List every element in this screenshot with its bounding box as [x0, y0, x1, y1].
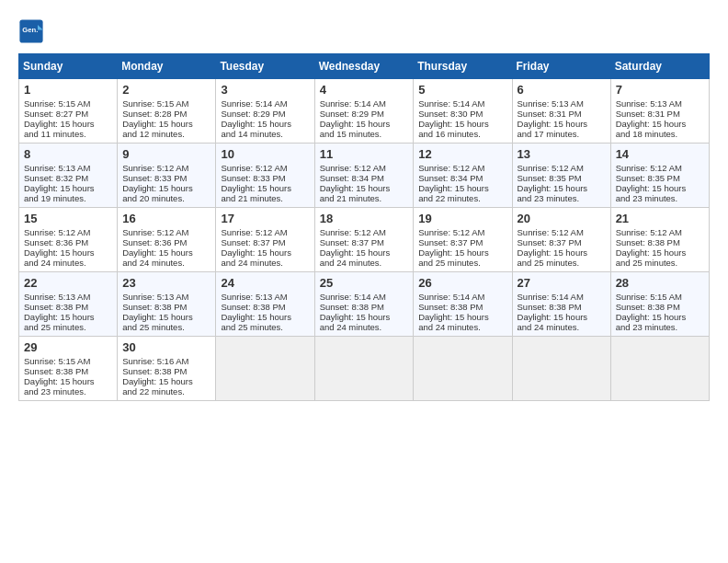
daylight-label: Daylight: 15 hours	[24, 247, 95, 258]
sunrise-info: Sunrise: 5:12 AM	[221, 227, 287, 237]
sunset-info: Sunset: 8:33 PM	[221, 173, 285, 183]
daylight-label: Daylight: 15 hours	[24, 312, 95, 322]
daylight-minutes: and 17 minutes.	[518, 129, 580, 139]
calendar-cell: 30 Sunrise: 5:16 AM Sunset: 8:38 PM Dayl…	[118, 337, 216, 401]
daylight-minutes: and 24 minutes.	[518, 322, 580, 332]
calendar-cell: 10 Sunrise: 5:12 AM Sunset: 8:33 PM Dayl…	[216, 144, 314, 208]
calendar-cell: 29 Sunrise: 5:15 AM Sunset: 8:38 PM Dayl…	[19, 337, 118, 401]
daylight-label: Daylight: 15 hours	[616, 183, 687, 193]
sunset-info: Sunset: 8:38 PM	[24, 366, 88, 376]
calendar-cell: 17 Sunrise: 5:12 AM Sunset: 8:37 PM Dayl…	[216, 208, 314, 272]
calendar-cell: 19 Sunrise: 5:12 AM Sunset: 8:37 PM Dayl…	[414, 208, 512, 272]
day-number: 11	[320, 147, 409, 161]
sunrise-info: Sunrise: 5:12 AM	[122, 163, 188, 173]
sunset-info: Sunset: 8:38 PM	[616, 237, 680, 247]
day-number: 5	[418, 83, 506, 97]
daylight-label: Daylight: 15 hours	[518, 119, 588, 129]
day-number: 2	[122, 83, 210, 97]
calendar-week-row: 29 Sunrise: 5:15 AM Sunset: 8:38 PM Dayl…	[19, 337, 710, 401]
daylight-label: Daylight: 15 hours	[320, 183, 391, 193]
calendar-cell: 26 Sunrise: 5:14 AM Sunset: 8:38 PM Dayl…	[414, 272, 512, 337]
sunset-info: Sunset: 8:35 PM	[616, 173, 680, 183]
daylight-minutes: and 11 minutes.	[24, 129, 86, 139]
daylight-label: Daylight: 15 hours	[518, 312, 588, 322]
calendar-cell: 21 Sunrise: 5:12 AM Sunset: 8:38 PM Dayl…	[610, 208, 709, 272]
daylight-minutes: and 23 minutes.	[24, 386, 86, 396]
sunset-info: Sunset: 8:38 PM	[122, 366, 187, 376]
day-number: 29	[24, 340, 112, 354]
daylight-label: Daylight: 15 hours	[221, 119, 291, 129]
daylight-label: Daylight: 15 hours	[418, 247, 489, 258]
svg-text:Gen.: Gen.	[22, 26, 38, 34]
sunrise-info: Sunrise: 5:15 AM	[122, 98, 188, 109]
daylight-minutes: and 22 minutes.	[418, 193, 481, 203]
sunset-info: Sunset: 8:38 PM	[24, 302, 88, 312]
daylight-minutes: and 15 minutes.	[320, 129, 382, 139]
daylight-label: Daylight: 15 hours	[221, 247, 291, 258]
sunset-info: Sunset: 8:31 PM	[518, 109, 582, 119]
sunrise-info: Sunrise: 5:12 AM	[221, 163, 287, 173]
sunrise-info: Sunrise: 5:13 AM	[24, 292, 90, 302]
day-number: 26	[418, 276, 506, 290]
calendar-cell: 11 Sunrise: 5:12 AM Sunset: 8:34 PM Dayl…	[314, 144, 414, 208]
sunset-info: Sunset: 8:38 PM	[122, 302, 187, 312]
sunset-info: Sunset: 8:32 PM	[24, 173, 88, 183]
sunrise-info: Sunrise: 5:14 AM	[221, 98, 287, 109]
daylight-label: Daylight: 15 hours	[122, 247, 193, 258]
calendar-cell: 12 Sunrise: 5:12 AM Sunset: 8:34 PM Dayl…	[414, 144, 512, 208]
logo-icon: Gen.	[18, 18, 44, 44]
calendar-cell: 4 Sunrise: 5:14 AM Sunset: 8:29 PM Dayli…	[314, 79, 414, 144]
daylight-minutes: and 24 minutes.	[418, 322, 481, 332]
calendar-cell: 13 Sunrise: 5:12 AM Sunset: 8:35 PM Dayl…	[512, 144, 610, 208]
sunrise-info: Sunrise: 5:14 AM	[518, 292, 584, 302]
daylight-minutes: and 25 minutes.	[24, 322, 86, 332]
day-number: 30	[122, 340, 210, 354]
daylight-label: Daylight: 15 hours	[221, 312, 291, 322]
daylight-minutes: and 14 minutes.	[221, 129, 283, 139]
day-number: 1	[24, 83, 112, 97]
calendar-cell: 20 Sunrise: 5:12 AM Sunset: 8:37 PM Dayl…	[512, 208, 610, 272]
calendar-cell: 18 Sunrise: 5:12 AM Sunset: 8:37 PM Dayl…	[314, 208, 414, 272]
sunrise-info: Sunrise: 5:12 AM	[518, 227, 584, 237]
calendar-cell	[512, 337, 610, 401]
daylight-minutes: and 22 minutes.	[122, 386, 185, 396]
sunset-info: Sunset: 8:28 PM	[122, 109, 187, 119]
calendar-cell: 5 Sunrise: 5:14 AM Sunset: 8:30 PM Dayli…	[414, 79, 512, 144]
daylight-label: Daylight: 15 hours	[122, 312, 193, 322]
sunrise-info: Sunrise: 5:12 AM	[616, 227, 682, 237]
sunrise-info: Sunrise: 5:12 AM	[418, 163, 484, 173]
column-header-monday: Monday	[118, 54, 216, 79]
calendar-cell: 3 Sunrise: 5:14 AM Sunset: 8:29 PM Dayli…	[216, 79, 314, 144]
daylight-label: Daylight: 15 hours	[616, 312, 687, 322]
daylight-label: Daylight: 15 hours	[616, 119, 687, 129]
daylight-label: Daylight: 15 hours	[122, 119, 193, 129]
daylight-label: Daylight: 15 hours	[24, 119, 95, 129]
calendar-cell: 1 Sunrise: 5:15 AM Sunset: 8:27 PM Dayli…	[19, 79, 118, 144]
sunset-info: Sunset: 8:34 PM	[320, 173, 384, 183]
daylight-minutes: and 24 minutes.	[24, 258, 86, 268]
day-number: 4	[320, 83, 409, 97]
daylight-label: Daylight: 15 hours	[122, 376, 193, 386]
calendar-cell: 25 Sunrise: 5:14 AM Sunset: 8:38 PM Dayl…	[314, 272, 414, 337]
sunset-info: Sunset: 8:30 PM	[418, 109, 483, 119]
daylight-label: Daylight: 15 hours	[122, 183, 193, 193]
daylight-minutes: and 24 minutes.	[221, 258, 283, 268]
day-number: 22	[24, 276, 112, 290]
sunrise-info: Sunrise: 5:12 AM	[320, 163, 386, 173]
sunrise-info: Sunrise: 5:14 AM	[320, 292, 386, 302]
sunset-info: Sunset: 8:37 PM	[518, 237, 582, 247]
calendar-cell: 24 Sunrise: 5:13 AM Sunset: 8:38 PM Dayl…	[216, 272, 314, 337]
sunrise-info: Sunrise: 5:12 AM	[518, 163, 584, 173]
daylight-label: Daylight: 15 hours	[24, 183, 95, 193]
daylight-label: Daylight: 15 hours	[320, 119, 391, 129]
day-number: 6	[518, 83, 606, 97]
calendar-week-row: 1 Sunrise: 5:15 AM Sunset: 8:27 PM Dayli…	[19, 79, 710, 144]
daylight-minutes: and 23 minutes.	[518, 193, 580, 203]
calendar-table: SundayMondayTuesdayWednesdayThursdayFrid…	[18, 53, 710, 401]
daylight-label: Daylight: 15 hours	[418, 183, 489, 193]
column-header-thursday: Thursday	[414, 54, 512, 79]
day-number: 3	[221, 83, 309, 97]
daylight-minutes: and 24 minutes.	[320, 258, 382, 268]
day-number: 10	[221, 147, 309, 161]
daylight-label: Daylight: 15 hours	[24, 376, 95, 386]
